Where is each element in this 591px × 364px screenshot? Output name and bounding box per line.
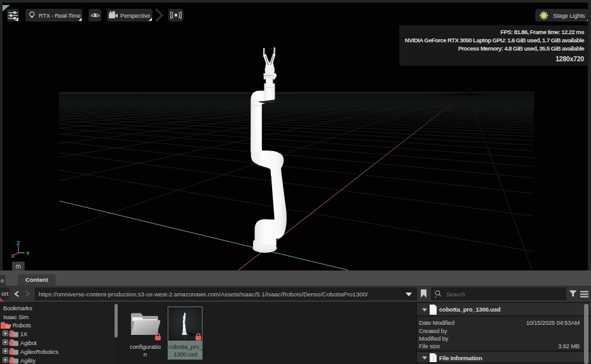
svg-text:Z: Z: [16, 240, 20, 246]
svg-text:Y: Y: [26, 250, 30, 257]
svg-text:X: X: [11, 253, 15, 259]
